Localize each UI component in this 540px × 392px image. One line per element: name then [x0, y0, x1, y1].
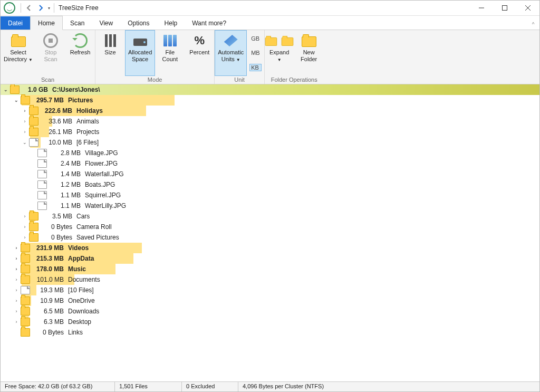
expand-toggle[interactable]: ›: [22, 235, 28, 240]
tree-row[interactable]: ›0 BytesSaved Pictures: [1, 232, 539, 243]
expand-toggle[interactable]: ›: [13, 256, 20, 261]
expand-toggle[interactable]: ⌄: [3, 87, 9, 92]
expand-toggle[interactable]: ›: [13, 277, 20, 282]
row-name: [10 Files]: [68, 286, 94, 294]
svg-rect-0: [503, 6, 507, 11]
tree-row[interactable]: ›1.1 MBWaterLilly.JPG: [1, 200, 539, 211]
tree-row[interactable]: ›178.0 MBMusic: [1, 264, 539, 274]
row-name: [6 Files]: [76, 139, 99, 146]
tree-root[interactable]: ⌄ 1.0 GB C:\Users\Jones\: [1, 84, 539, 95]
separator: [54, 3, 54, 13]
row-name: Holidays: [76, 107, 103, 114]
mode-percent-button[interactable]: % Percent: [185, 30, 214, 76]
tree-row[interactable]: ›2.4 MBFlower.JPG: [1, 158, 539, 169]
ribbon-group-unit-label: Unit: [215, 76, 264, 84]
row-name: Links: [68, 329, 83, 336]
mode-allocated-button[interactable]: Allocated Space: [125, 30, 155, 76]
folder-icon: [21, 307, 30, 315]
tree-row[interactable]: ›33.6 MBAnimals: [1, 116, 539, 127]
folder-icon: [21, 96, 30, 104]
expand-toggle[interactable]: ›: [13, 309, 20, 314]
automatic-units-button[interactable]: Automatic Units ▼: [215, 30, 247, 76]
ribbon-tabs: Datei Home Scan View Options Help Want m…: [1, 16, 539, 30]
separator: [21, 3, 21, 13]
expand-toggle[interactable]: ›: [22, 214, 28, 219]
folder-icon: [21, 275, 30, 284]
expand-toggle[interactable]: ›: [22, 224, 28, 230]
expand-toggle[interactable]: ›: [13, 298, 20, 303]
qat-dropdown-icon[interactable]: ▾: [48, 6, 50, 11]
expand-toggle[interactable]: ⌄: [22, 140, 28, 145]
stop-scan-button[interactable]: Stop Scan: [36, 30, 65, 76]
tree-row[interactable]: ›231.9 MBVideos: [1, 243, 539, 253]
tab-want-more[interactable]: Want more?: [185, 16, 234, 30]
tab-file[interactable]: Datei: [1, 16, 30, 30]
tree-row[interactable]: ⌄295.7 MBPictures: [1, 95, 539, 106]
status-files: 1,501 Files: [115, 382, 182, 391]
tree-row[interactable]: ›26.1 MBProjects: [1, 127, 539, 137]
close-button[interactable]: [516, 1, 539, 15]
row-name: Pictures: [68, 97, 93, 104]
tab-scan[interactable]: Scan: [63, 16, 92, 30]
tree-row[interactable]: ›19.3 MB[10 Files]: [1, 285, 539, 295]
tree-row[interactable]: ›101.0 MBDocuments: [1, 274, 539, 285]
expand-toggle[interactable]: ›: [22, 129, 28, 135]
row-name: Squirrel.JPG: [85, 192, 121, 199]
tree-row[interactable]: ›222.6 MBHolidays: [1, 106, 539, 116]
unit-mb[interactable]: MB: [249, 49, 262, 56]
expand-toggle[interactable]: ›: [22, 119, 28, 124]
row-name: Camera Roll: [76, 223, 112, 231]
maximize-button[interactable]: [493, 1, 516, 15]
expand-toggle[interactable]: ›: [13, 245, 20, 251]
tree-row[interactable]: ›3.5 MBCars: [1, 211, 539, 222]
tab-help[interactable]: Help: [157, 16, 185, 30]
tree-row[interactable]: ›215.3 MBAppData: [1, 253, 539, 264]
row-name: Village.JPG: [85, 149, 118, 157]
tree-row[interactable]: ›0 BytesLinks: [1, 327, 539, 338]
expand-toggle[interactable]: ›: [13, 288, 20, 293]
unit-kb[interactable]: KB: [249, 64, 262, 71]
tree-row[interactable]: ›6.3 MBDesktop: [1, 317, 539, 327]
tree-row[interactable]: ›1.1 MBSquirrel.JPG: [1, 190, 539, 200]
minimize-button[interactable]: [470, 1, 493, 15]
forward-button[interactable]: [35, 3, 46, 13]
expand-toggle[interactable]: ⌄: [13, 98, 20, 103]
tree-view[interactable]: ⌄ 1.0 GB C:\Users\Jones\ ⌄295.7 MBPictur…: [1, 84, 539, 381]
folder-icon: [21, 265, 30, 273]
row-name: Flower.JPG: [85, 160, 118, 167]
mode-size-button[interactable]: Size: [95, 30, 125, 76]
stop-icon: [43, 33, 58, 48]
new-folder-label: New Folder: [301, 49, 317, 62]
row-name: WaterLilly.JPG: [85, 202, 126, 209]
tree-row[interactable]: ›10.9 MBOneDrive: [1, 295, 539, 306]
stop-scan-label: Stop Scan: [44, 49, 57, 62]
tree-row[interactable]: ›6.5 MBDownloads: [1, 306, 539, 317]
tree-row[interactable]: ›0 BytesCamera Roll: [1, 222, 539, 232]
unit-gb[interactable]: GB: [249, 35, 262, 42]
tree-row[interactable]: ›2.8 MBVillage.JPG: [1, 148, 539, 158]
expand-button[interactable]: Expand▼: [265, 30, 294, 76]
file-icon: [37, 159, 47, 168]
row-name: Projects: [76, 128, 99, 136]
mode-filecount-button[interactable]: File Count: [155, 30, 185, 76]
expand-toggle[interactable]: ›: [13, 266, 20, 272]
collapse-ribbon-icon[interactable]: ^: [527, 22, 539, 30]
ruler-icon: [224, 35, 238, 46]
tree-row[interactable]: ⌄10.0 MB[6 Files]: [1, 137, 539, 148]
expand-toggle[interactable]: ›: [22, 108, 28, 113]
select-directory-button[interactable]: Select Directory ▼: [1, 30, 36, 76]
row-size: 178.0 MB: [32, 265, 64, 273]
tree-row[interactable]: ›1.4 MBWaterfall.JPG: [1, 169, 539, 179]
folder-icon: [29, 233, 38, 242]
row-size: 295.7 MB: [32, 97, 64, 104]
refresh-button[interactable]: Refresh: [65, 30, 95, 76]
new-folder-button[interactable]: New Folder: [294, 30, 324, 76]
tree-row[interactable]: ›1.2 MBBoats.JPG: [1, 179, 539, 190]
tab-home[interactable]: Home: [30, 16, 63, 30]
status-excluded: 0 Excluded: [182, 382, 238, 391]
tab-options[interactable]: Options: [120, 16, 157, 30]
expand-toggle[interactable]: ›: [13, 319, 20, 324]
file-icon: [29, 138, 38, 147]
back-button[interactable]: [24, 3, 34, 13]
tab-view[interactable]: View: [92, 16, 120, 30]
